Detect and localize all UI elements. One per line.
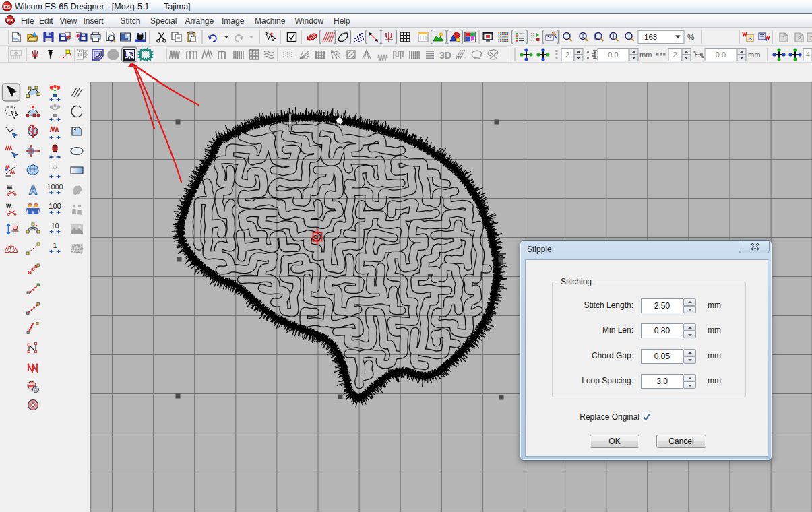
svg-text:10: 10	[51, 222, 59, 230]
svg-text:4: 4	[806, 51, 810, 59]
svg-text:163: 163	[644, 33, 657, 41]
svg-text:0.0: 0.0	[716, 51, 726, 59]
svg-text:2: 2	[565, 51, 569, 59]
svg-text:1: 1	[782, 35, 785, 42]
svg-text:mm: mm	[748, 51, 760, 59]
svg-text:3D: 3D	[439, 50, 451, 61]
svg-text:2: 2	[673, 51, 677, 59]
svg-text:100: 100	[49, 202, 61, 210]
svg-text:1000: 1000	[46, 183, 63, 191]
svg-text:A: A	[29, 184, 38, 197]
svg-text:mm: mm	[639, 51, 652, 59]
svg-text:2: 2	[797, 35, 801, 42]
svg-text:0.0: 0.0	[608, 51, 618, 59]
svg-text:1: 1	[53, 241, 57, 249]
svg-text:%: %	[687, 33, 694, 41]
svg-text:3: 3	[809, 35, 812, 42]
